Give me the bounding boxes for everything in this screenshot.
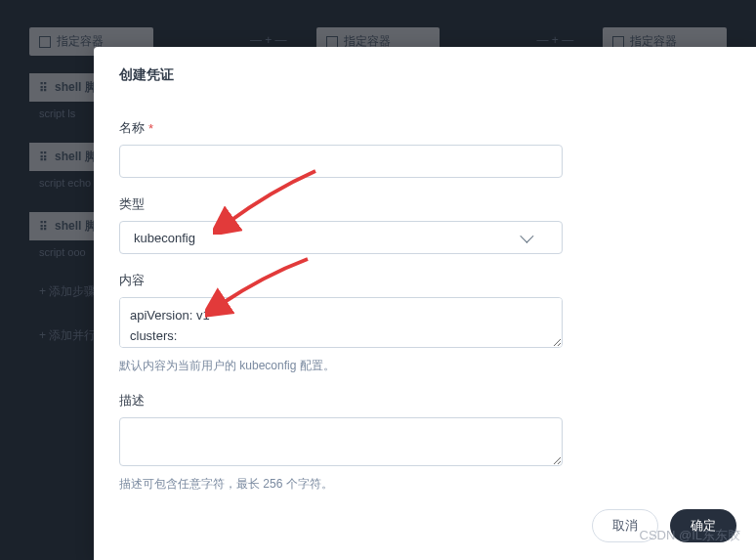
name-label: 名称: [119, 119, 145, 137]
content-textarea[interactable]: [119, 297, 563, 348]
name-input[interactable]: [119, 145, 563, 178]
required-icon: *: [148, 121, 153, 136]
cancel-button[interactable]: 取消: [592, 509, 658, 542]
modal-footer: 取消 确定: [94, 495, 756, 560]
description-label: 描述: [119, 392, 145, 409]
form-group-name: 名称 *: [119, 119, 731, 178]
description-textarea[interactable]: [119, 417, 563, 466]
chevron-down-icon: [520, 230, 533, 243]
type-label: 类型: [119, 195, 145, 213]
form-group-content: 内容 默认内容为当前用户的 kubeconfig 配置。: [119, 272, 731, 374]
type-selected-value: kubeconfig: [134, 231, 195, 245]
modal-title: 创建凭证: [94, 47, 756, 96]
create-credential-modal: 创建凭证 名称 * 类型 kubeconfig 内容 默认内容为当前用户的 ku…: [94, 47, 756, 560]
form-group-type: 类型 kubeconfig: [119, 195, 731, 254]
confirm-button[interactable]: 确定: [670, 509, 736, 542]
content-label: 内容: [119, 272, 145, 289]
modal-body: 名称 * 类型 kubeconfig 内容 默认内容为当前用户的 kubecon…: [94, 96, 756, 495]
type-select[interactable]: kubeconfig: [119, 221, 563, 254]
description-help: 描述可包含任意字符，最长 256 个字符。: [119, 476, 731, 493]
content-help: 默认内容为当前用户的 kubeconfig 配置。: [119, 358, 731, 374]
form-group-description: 描述 描述可包含任意字符，最长 256 个字符。: [119, 392, 731, 493]
